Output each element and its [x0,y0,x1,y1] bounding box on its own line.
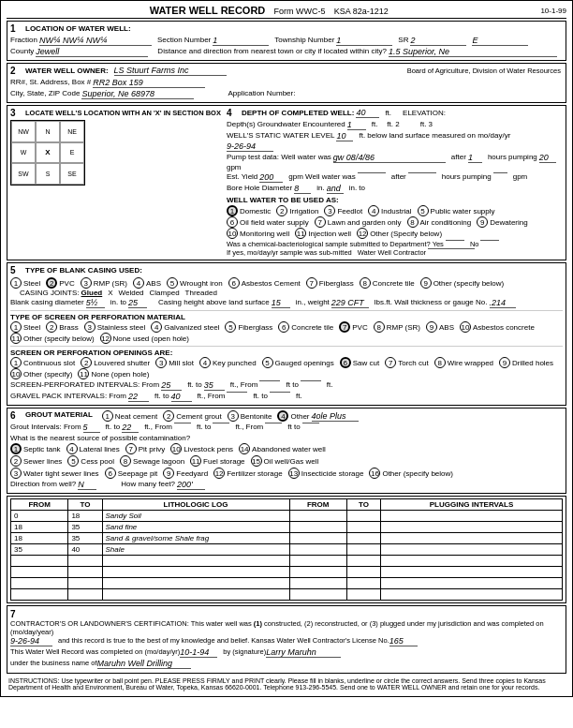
county-label: County [10,47,34,55]
use-5-circle: 5 [418,205,429,216]
blank-diam-val: 5½ [86,298,105,308]
casing-8: 8 [360,277,371,289]
fraction-value: NW¼ NW¼ NW¼ [39,36,152,46]
use-8-circle: 8 [407,216,419,228]
range-val: 2 [410,36,466,46]
header-title: WATER WELL RECORD Form WWC-5 KSA 82a-121… [7,5,531,16]
screen-label: TYPE OF SCREEN OR PERFORATION MATERIAL [10,313,561,321]
litholog-row [11,578,563,589]
how-many-val: 200' [177,480,205,490]
section-box: NW N NE W X E SW S SE [10,120,85,186]
section4-label: DEPTH OF COMPLETED WELL: [242,109,354,117]
litholog-row: 35 40 Shale [11,544,563,556]
casing-5: 5 [167,277,178,289]
township-label: Township Number [274,36,334,44]
use-1-circle: 1 [227,205,238,216]
grout-from1: 5 [83,423,100,433]
casing-4: 4 [133,277,144,289]
range-label: R [404,36,409,44]
page-header: WATER WELL RECORD Form WWC-5 KSA 82a-121… [7,5,566,19]
grout-to1: 22 [122,423,139,433]
section1-num: 1 [10,23,22,34]
use-11-circle: 11 [295,228,306,239]
direction-val: E [472,36,528,46]
openings-label: SCREEN OR PERFORATION OPENINGS ARE: [10,349,561,357]
distance-label: Distance and direction from nearest town… [157,47,387,55]
section5-label: TYPE OF BLANK CASING USED: [25,266,142,275]
litholog-row: 18 35 Sand & gravel/some Shale frag [11,533,563,544]
gauge-val: .214 [490,298,516,308]
screen-from1: 25 [161,380,182,391]
section-num-label: Section Number [157,36,211,44]
blank-to: 25 [128,298,147,308]
county-val: Jewell [36,47,148,57]
board-label: Board of Agriculture, Division of Water … [407,67,561,75]
casing-6: 6 [228,277,240,289]
fraction-label: Fraction [10,36,37,44]
static-val: 10 [336,131,353,141]
litholog-row [11,567,563,578]
owner-name: LS Stuurt Farms Inc [114,66,227,76]
pump-val: gw 08/4/86 [333,153,446,163]
app-num-label: Application Number: [228,89,295,97]
gravel-from1: 22 [128,392,149,402]
use-3-circle: 3 [324,205,335,216]
pump-hours-val: 1 [468,153,482,163]
litholog-row: 18 35 Sand fine [11,522,563,533]
city-label: City, State, ZIP Code [10,89,80,97]
section5-casing: 5 TYPE OF BLANK CASING USED: 1Steel 2PVC… [7,262,566,406]
completed-date2: 10-1-94 [180,647,217,658]
section5-num: 5 [10,265,22,275]
certification-text: CONTRACTOR'S OR LANDOWNER'S CERTIFICATIO… [10,619,563,636]
static-date: 9-26-94 [227,141,273,152]
casing-7: 7 [306,277,317,289]
litholog-section: FROM TO LITHOLOGIC LOG FROM TO PLUGGING … [7,496,566,603]
static-water-label: WELL'S STATIC WATER LEVEL [227,131,334,140]
completed-date: 9-26-94 [10,636,52,646]
section6-grout: 6 GROUT MATERIAL 1Neat cement 2Cement gr… [7,408,566,494]
section2-num: 2 [10,66,22,76]
direction-val: N [78,480,96,490]
section1-label: LOCATION OF WATER WELL: [25,24,131,33]
bore-val: 8 [294,184,311,194]
casing-height-val: 15 [272,298,290,308]
bore-label: Bore Hole Diameter [227,184,292,192]
grout-other: 4ole Plus [312,411,359,422]
section7-num: 7 [10,609,22,619]
yield-val: 200 [259,172,283,183]
elevation-label: ELEVATION: [403,109,446,117]
depth-ground-label: Depth(s) Groundwater Encountered [227,120,345,128]
section2-owner: 2 WATER WELL OWNER: LS Stuurt Farms Inc … [7,63,566,103]
in-weight-val: 229 CFT [331,298,369,308]
section4-num: 4 [227,108,238,118]
section7-certification: 7 CONTRACTOR'S OR LANDOWNER'S CERTIFICAT… [7,605,566,674]
use-4-circle: 4 [368,205,379,216]
section3-label: LOCATE WELL'S LOCATION WITH AN 'X' IN SE… [25,109,221,117]
city-val: Superior, Ne 68978 [81,89,194,99]
section3-num: 3 [10,108,22,118]
casing-9: 9 [420,277,432,289]
section1-location: 1 LOCATION OF WATER WELL: Fraction NW¼ N… [7,21,566,61]
signature-val: Larry Maruhn [266,647,341,658]
casing-1: 1 [10,277,22,289]
section2-label: WATER WELL OWNER: [25,67,109,75]
rr-label: RR#, St. Address, Box # [10,78,91,86]
casing-2: 2 [46,277,57,289]
use-10-circle: 10 [227,228,238,239]
section3-location: 3 LOCATE WELL'S LOCATION WITH AN 'X' IN … [10,108,223,258]
screen-to1: 35 [204,380,225,391]
depth-ground-val: 1 [347,120,366,130]
depth-val: 40 [356,108,379,118]
section-num-val: 1 [213,36,269,46]
distance-val: 1.5 Superior, Ne [389,47,557,57]
water-well-record-page: WATER WELL RECORD Form WWC-5 KSA 82a-121… [0,0,573,697]
header-date: 10-1-99 [540,7,566,15]
use-7-circle: 7 [315,216,326,228]
section3-4: 3 LOCATE WELL'S LOCATION WITH AN 'X' IN … [7,105,566,260]
use-label: WELL WATER TO BE USED AS: [227,196,339,204]
use-2-circle: 2 [276,205,287,216]
litholog-row [11,556,563,567]
pump-test-label: Pump test data: Well water was [227,153,331,161]
township-val: 1 [336,36,392,46]
contractor-val: Maruhn Well Drilling [97,659,191,669]
